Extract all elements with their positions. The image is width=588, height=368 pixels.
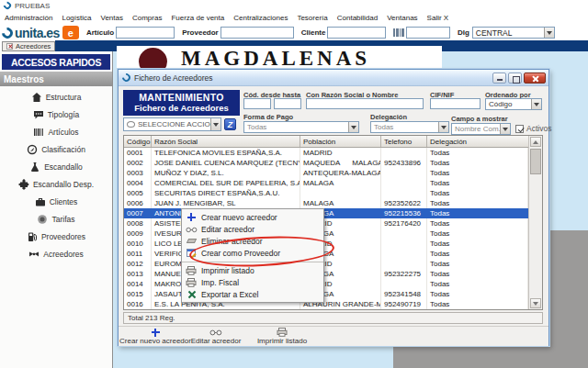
forma-pago-select[interactable]: Todas xyxy=(243,121,359,133)
sidebar-items: Estructura Tipología Artículos Clasifica… xyxy=(0,92,112,260)
table-row[interactable]: 0003 MUÑOZ Y DIAZ, S.L. ANTEQUERA-MALAGA… xyxy=(124,168,528,178)
sidebar-item-clientes[interactable]: Clientes xyxy=(0,196,112,207)
cod-desde-input[interactable] xyxy=(243,98,271,109)
puzzle-icon xyxy=(18,179,29,190)
chevron-down-icon[interactable] xyxy=(531,99,541,109)
maintenance-header: MANTENIMIENTO Fichero de Acreedores xyxy=(123,90,240,116)
sidebar-item-clasificacion[interactable]: Clasificación xyxy=(0,144,112,155)
delegacion-select[interactable]: Todas xyxy=(370,121,449,133)
articulo-input[interactable] xyxy=(116,27,175,39)
column-header-codigo[interactable]: Código xyxy=(124,136,152,147)
menu-item-exportar-excel[interactable]: Exportar a Excel xyxy=(182,288,323,300)
menubar-item[interactable]: Ventanas xyxy=(387,14,417,22)
orange-e-icon: e xyxy=(62,26,79,39)
table-row[interactable]: 0005 SECURITAS DIRECT ESPAÑA,S.A.U. Toda… xyxy=(124,188,528,198)
menubar-item[interactable]: Fuerza de venta xyxy=(171,14,224,22)
logo-text: unita.es xyxy=(15,26,60,40)
table-header: Código Razón Social Población Telefono D… xyxy=(124,136,528,148)
toolbar: unita.es e Artículo Proveedor Cliente Dl… xyxy=(0,25,588,40)
proveedor-label: Proveedor xyxy=(182,28,219,37)
brand-name: MAGDALENAS xyxy=(181,47,370,70)
menu-item-crear-nuevo-acreedor[interactable]: Crear nuevo acreedor xyxy=(182,211,323,223)
column-header-telefono[interactable]: Telefono xyxy=(381,136,427,147)
menubar-item[interactable]: Tesorería xyxy=(297,14,327,22)
table-row[interactable]: 0002 JOSE DANIEL CUENCA MARQUEZ (TECNYSE… xyxy=(124,158,528,168)
menubar-item[interactable]: Compras xyxy=(132,14,162,22)
menubar-item[interactable]: Ventas xyxy=(101,14,123,22)
menu-item-editar-acreedor[interactable]: Editar acreedor xyxy=(182,223,323,235)
razon-social-input[interactable] xyxy=(306,98,424,109)
fuel-pump-icon xyxy=(27,231,38,242)
window-icon xyxy=(120,72,132,84)
ordenado-select[interactable]: Código xyxy=(485,98,542,110)
sidebar-item-proveedores[interactable]: Proveedores xyxy=(0,231,112,242)
glasses-icon xyxy=(209,329,222,336)
sidebar-item-escandallo-desp[interactable]: Escandallo Desp. xyxy=(0,179,112,190)
printer-icon xyxy=(186,266,197,275)
excel-icon xyxy=(187,290,196,298)
unita-logo: unita.es xyxy=(2,26,60,40)
table-row[interactable]: 0006 JUAN J. MENGIBAR, SL MALAGA 9523526… xyxy=(124,198,528,208)
scroll-up-icon[interactable] xyxy=(530,137,541,147)
proveedor-input[interactable] xyxy=(220,27,294,39)
app-icon xyxy=(2,0,12,10)
chevron-down-icon[interactable] xyxy=(544,28,554,38)
execute-action-button[interactable]: Z xyxy=(224,118,236,130)
app-title: PRUEBAS xyxy=(15,2,50,10)
sidebar-item-articulos[interactable]: Artículos xyxy=(0,127,112,138)
barcode-icon xyxy=(33,127,44,138)
menubar-item[interactable]: Logística xyxy=(62,14,91,22)
cod-hasta-input[interactable] xyxy=(274,98,301,109)
speech-bubble-icon xyxy=(127,121,135,128)
tab-label: Acreedores xyxy=(16,42,51,50)
chevron-down-icon[interactable] xyxy=(348,122,358,132)
minimize-button[interactable] xyxy=(492,72,506,84)
chevron-down-icon[interactable] xyxy=(438,122,448,132)
menubar-item[interactable]: Administración xyxy=(5,14,52,22)
coin-icon xyxy=(37,214,48,225)
maximize-button[interactable] xyxy=(508,72,522,84)
delegation-select[interactable]: CENTRAL xyxy=(472,27,555,39)
tab-acreedores[interactable]: Acreedores xyxy=(2,41,55,51)
chevron-down-icon[interactable] xyxy=(500,124,510,134)
activos-checkbox[interactable] xyxy=(515,125,524,133)
vertical-scrollbar[interactable] xyxy=(528,136,542,309)
speech-bubble-icon xyxy=(33,109,44,120)
sidebar-item-estructura[interactable]: Estructura xyxy=(0,92,112,103)
campo-mostrar-select[interactable]: Nombre Com. xyxy=(451,123,511,135)
edit-creditor-button[interactable]: Editar acreedor xyxy=(179,328,253,345)
chevron-down-icon[interactable] xyxy=(210,118,220,130)
barcode-input[interactable] xyxy=(406,27,450,39)
close-button[interactable] xyxy=(524,72,546,84)
menubar-item[interactable]: Contabilidad xyxy=(337,14,378,22)
column-header-razon[interactable]: Razón Social xyxy=(152,136,300,147)
fichero-acreedores-window: Fichero de Acreedores MANTENIMIENTO Fich… xyxy=(118,69,549,346)
sidebar-item-tarifas[interactable]: Tarifas xyxy=(0,214,112,225)
print-list-button[interactable]: Imprimir listado xyxy=(245,328,319,345)
articulo-label: Artículo xyxy=(86,28,114,37)
dialog-titlebar[interactable]: Fichero de Acreedores xyxy=(119,70,548,86)
column-header-delegacion[interactable]: Delegación xyxy=(427,136,528,147)
brand-banner: MAGDALENAS xyxy=(117,46,442,70)
close-tab-icon[interactable] xyxy=(6,43,13,50)
cif-input[interactable] xyxy=(430,98,481,109)
scrollbar-thumb[interactable] xyxy=(530,149,541,174)
column-header-poblacion[interactable]: Población xyxy=(300,136,381,147)
sidebar-section-maestros[interactable]: Maestros xyxy=(0,72,112,86)
cliente-input[interactable] xyxy=(327,27,386,39)
menu-item-imp-fiscal[interactable]: Imp. Fiscal xyxy=(182,276,323,288)
accion-select[interactable]: SELECCIONE ACCION xyxy=(123,117,221,131)
sidebar-item-tipologia[interactable]: Tipología xyxy=(0,109,112,120)
menubar-item[interactable]: Centralizaciones xyxy=(233,14,288,22)
menubar-item[interactable]: Salir X xyxy=(427,14,449,22)
sidebar-item-acreedores[interactable]: Acreedores xyxy=(0,249,112,260)
scroll-down-icon[interactable] xyxy=(530,298,541,308)
table-row[interactable]: 0004 COMERCIAL DEL SUR DE PAPELERIA, S.A… xyxy=(124,178,528,188)
printer-icon xyxy=(186,278,197,287)
plus-icon xyxy=(187,213,196,221)
sidebar: ACCESOS RAPIDOS Maestros Estructura Tipo… xyxy=(0,51,113,368)
sidebar-item-escandallo[interactable]: Escandallo xyxy=(0,162,112,173)
window-controls xyxy=(492,72,546,84)
table-row[interactable]: 0001 TELEFONICA MOVILES ESPAÑA,S.A. MADR… xyxy=(124,148,528,158)
flask-icon xyxy=(29,162,40,173)
